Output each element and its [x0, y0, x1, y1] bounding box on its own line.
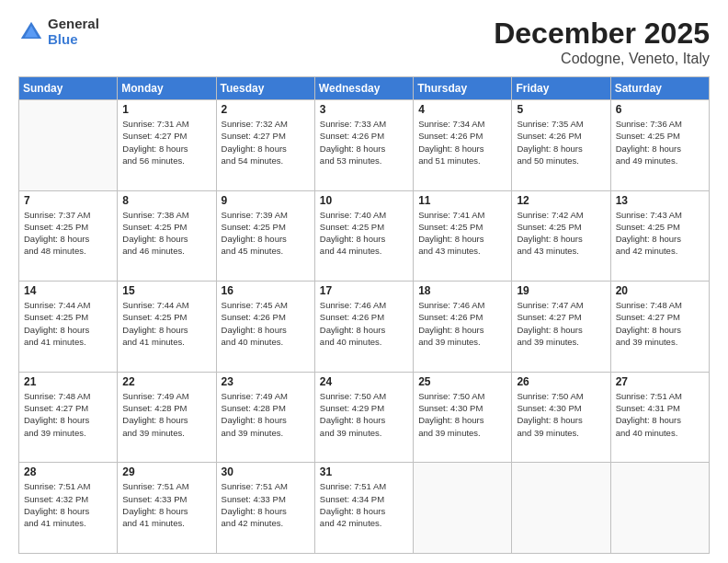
day-info: Sunrise: 7:36 AM Sunset: 4:25 PM Dayligh… — [616, 118, 704, 167]
day-cell: 25Sunrise: 7:50 AM Sunset: 4:30 PM Dayli… — [414, 372, 512, 463]
day-number: 13 — [616, 194, 704, 207]
day-cell: 18Sunrise: 7:46 AM Sunset: 4:26 PM Dayli… — [414, 282, 512, 373]
day-info: Sunrise: 7:48 AM Sunset: 4:27 PM Dayligh… — [24, 390, 112, 439]
day-number: 24 — [320, 375, 408, 388]
day-cell: 17Sunrise: 7:46 AM Sunset: 4:26 PM Dayli… — [314, 282, 413, 373]
day-cell: 13Sunrise: 7:43 AM Sunset: 4:25 PM Dayli… — [610, 190, 709, 282]
day-info: Sunrise: 7:34 AM Sunset: 4:26 PM Dayligh… — [418, 118, 506, 167]
day-number: 26 — [517, 375, 605, 388]
day-number: 28 — [24, 465, 112, 478]
day-number: 3 — [320, 103, 408, 116]
day-info: Sunrise: 7:51 AM Sunset: 4:32 PM Dayligh… — [24, 480, 112, 529]
day-cell — [512, 463, 610, 554]
day-cell: 6Sunrise: 7:36 AM Sunset: 4:25 PM Daylig… — [610, 100, 709, 191]
day-number: 9 — [222, 194, 310, 207]
day-cell: 8Sunrise: 7:38 AM Sunset: 4:25 PM Daylig… — [118, 190, 216, 282]
weekday-header-row: SundayMondayTuesdayWednesdayThursdayFrid… — [19, 77, 710, 100]
day-info: Sunrise: 7:48 AM Sunset: 4:27 PM Dayligh… — [616, 299, 704, 348]
week-row-4: 21Sunrise: 7:48 AM Sunset: 4:27 PM Dayli… — [19, 372, 710, 463]
month-title: December 2025 — [494, 17, 710, 51]
day-cell: 7Sunrise: 7:37 AM Sunset: 4:25 PM Daylig… — [19, 190, 118, 282]
day-cell: 29Sunrise: 7:51 AM Sunset: 4:33 PM Dayli… — [118, 463, 216, 554]
day-cell: 2Sunrise: 7:32 AM Sunset: 4:27 PM Daylig… — [216, 100, 314, 191]
day-number: 29 — [122, 465, 210, 478]
day-info: Sunrise: 7:40 AM Sunset: 4:25 PM Dayligh… — [320, 209, 408, 258]
day-info: Sunrise: 7:51 AM Sunset: 4:34 PM Dayligh… — [320, 480, 408, 529]
day-number: 20 — [616, 284, 704, 297]
day-cell: 23Sunrise: 7:49 AM Sunset: 4:28 PM Dayli… — [216, 372, 314, 463]
logo: General Blue — [18, 17, 99, 47]
day-info: Sunrise: 7:45 AM Sunset: 4:26 PM Dayligh… — [222, 299, 310, 348]
day-cell: 22Sunrise: 7:49 AM Sunset: 4:28 PM Dayli… — [118, 372, 216, 463]
day-cell: 12Sunrise: 7:42 AM Sunset: 4:25 PM Dayli… — [512, 190, 610, 282]
day-cell: 30Sunrise: 7:51 AM Sunset: 4:33 PM Dayli… — [216, 463, 314, 554]
weekday-header-thursday: Thursday — [414, 77, 512, 100]
calendar-table: SundayMondayTuesdayWednesdayThursdayFrid… — [18, 76, 710, 554]
day-cell: 1Sunrise: 7:31 AM Sunset: 4:27 PM Daylig… — [118, 100, 216, 191]
day-info: Sunrise: 7:38 AM Sunset: 4:25 PM Dayligh… — [122, 209, 210, 258]
logo-blue: Blue — [48, 32, 99, 48]
day-number: 25 — [418, 375, 506, 388]
weekday-header-wednesday: Wednesday — [314, 77, 413, 100]
week-row-5: 28Sunrise: 7:51 AM Sunset: 4:32 PM Dayli… — [19, 463, 710, 554]
day-number: 31 — [320, 465, 408, 478]
day-cell: 4Sunrise: 7:34 AM Sunset: 4:26 PM Daylig… — [414, 100, 512, 191]
day-number: 4 — [418, 103, 506, 116]
weekday-header-monday: Monday — [118, 77, 216, 100]
day-number: 6 — [616, 103, 704, 116]
day-info: Sunrise: 7:31 AM Sunset: 4:27 PM Dayligh… — [122, 118, 210, 167]
day-cell: 26Sunrise: 7:50 AM Sunset: 4:30 PM Dayli… — [512, 372, 610, 463]
day-number: 11 — [418, 194, 506, 207]
day-info: Sunrise: 7:42 AM Sunset: 4:25 PM Dayligh… — [517, 209, 605, 258]
day-cell: 11Sunrise: 7:41 AM Sunset: 4:25 PM Dayli… — [414, 190, 512, 282]
day-number: 8 — [122, 194, 210, 207]
header: General Blue December 2025 Codogne, Vene… — [18, 17, 710, 67]
day-info: Sunrise: 7:50 AM Sunset: 4:30 PM Dayligh… — [517, 390, 605, 439]
day-cell: 28Sunrise: 7:51 AM Sunset: 4:32 PM Dayli… — [19, 463, 118, 554]
day-info: Sunrise: 7:37 AM Sunset: 4:25 PM Dayligh… — [24, 209, 112, 258]
day-cell: 16Sunrise: 7:45 AM Sunset: 4:26 PM Dayli… — [216, 282, 314, 373]
day-number: 14 — [24, 284, 112, 297]
week-row-2: 7Sunrise: 7:37 AM Sunset: 4:25 PM Daylig… — [19, 190, 710, 282]
weekday-header-saturday: Saturday — [610, 77, 709, 100]
day-info: Sunrise: 7:50 AM Sunset: 4:29 PM Dayligh… — [320, 390, 408, 439]
day-cell: 15Sunrise: 7:44 AM Sunset: 4:25 PM Dayli… — [118, 282, 216, 373]
day-number: 18 — [418, 284, 506, 297]
day-cell: 24Sunrise: 7:50 AM Sunset: 4:29 PM Dayli… — [314, 372, 413, 463]
logo-text: General Blue — [48, 17, 99, 47]
week-row-1: 1Sunrise: 7:31 AM Sunset: 4:27 PM Daylig… — [19, 100, 710, 191]
page: General Blue December 2025 Codogne, Vene… — [0, 0, 728, 563]
location-title: Codogne, Veneto, Italy — [494, 51, 710, 67]
week-row-3: 14Sunrise: 7:44 AM Sunset: 4:25 PM Dayli… — [19, 282, 710, 373]
day-info: Sunrise: 7:49 AM Sunset: 4:28 PM Dayligh… — [122, 390, 210, 439]
day-cell: 20Sunrise: 7:48 AM Sunset: 4:27 PM Dayli… — [610, 282, 709, 373]
day-number: 30 — [222, 465, 310, 478]
day-cell — [414, 463, 512, 554]
day-number: 10 — [320, 194, 408, 207]
day-cell: 27Sunrise: 7:51 AM Sunset: 4:31 PM Dayli… — [610, 372, 709, 463]
day-info: Sunrise: 7:33 AM Sunset: 4:26 PM Dayligh… — [320, 118, 408, 167]
day-number: 2 — [222, 103, 310, 116]
day-number: 7 — [24, 194, 112, 207]
day-number: 22 — [122, 375, 210, 388]
day-number: 27 — [616, 375, 704, 388]
day-number: 16 — [222, 284, 310, 297]
day-number: 23 — [222, 375, 310, 388]
day-info: Sunrise: 7:35 AM Sunset: 4:26 PM Dayligh… — [517, 118, 605, 167]
day-info: Sunrise: 7:51 AM Sunset: 4:31 PM Dayligh… — [616, 390, 704, 439]
day-info: Sunrise: 7:39 AM Sunset: 4:25 PM Dayligh… — [222, 209, 310, 258]
day-cell: 31Sunrise: 7:51 AM Sunset: 4:34 PM Dayli… — [314, 463, 413, 554]
day-info: Sunrise: 7:50 AM Sunset: 4:30 PM Dayligh… — [418, 390, 506, 439]
day-info: Sunrise: 7:47 AM Sunset: 4:27 PM Dayligh… — [517, 299, 605, 348]
weekday-header-sunday: Sunday — [19, 77, 118, 100]
logo-icon — [18, 19, 44, 45]
day-info: Sunrise: 7:46 AM Sunset: 4:26 PM Dayligh… — [320, 299, 408, 348]
day-cell: 5Sunrise: 7:35 AM Sunset: 4:26 PM Daylig… — [512, 100, 610, 191]
day-number: 17 — [320, 284, 408, 297]
day-info: Sunrise: 7:41 AM Sunset: 4:25 PM Dayligh… — [418, 209, 506, 258]
day-number: 21 — [24, 375, 112, 388]
logo-general: General — [48, 17, 99, 32]
title-block: December 2025 Codogne, Veneto, Italy — [494, 17, 710, 67]
day-info: Sunrise: 7:51 AM Sunset: 4:33 PM Dayligh… — [122, 480, 210, 529]
day-cell: 14Sunrise: 7:44 AM Sunset: 4:25 PM Dayli… — [19, 282, 118, 373]
